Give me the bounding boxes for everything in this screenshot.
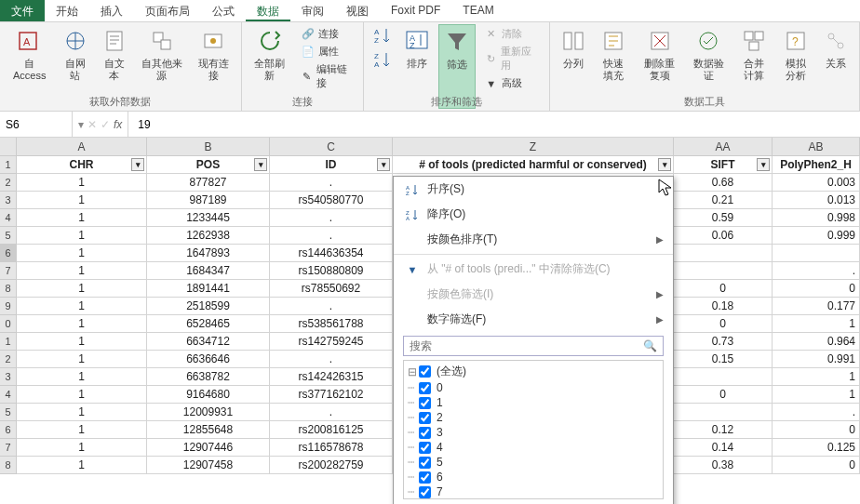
cell[interactable]: . — [270, 174, 393, 192]
col-header-AA[interactable]: AA — [674, 138, 773, 156]
filter-dropdown-button[interactable]: ▾ — [658, 158, 671, 171]
row-header[interactable]: 4 — [0, 386, 17, 404]
filter-dropdown-button[interactable]: ▾ — [377, 158, 390, 171]
cell[interactable]: 0 — [674, 280, 773, 298]
formula-input[interactable] — [138, 118, 851, 131]
clear-filter-button[interactable]: ✕清除 — [481, 26, 542, 42]
advanced-filter-button[interactable]: ▼高级 — [481, 75, 542, 91]
cell[interactable]: 1 — [17, 351, 147, 368]
filter-dropdown-button[interactable]: ▾ — [254, 158, 267, 171]
sort-by-color-item[interactable]: 按颜色排序(T)▶ — [394, 227, 673, 252]
cell[interactable]: 12907458 — [147, 457, 270, 474]
row-header[interactable]: 5 — [0, 404, 17, 421]
cell[interactable]: 1 — [17, 421, 147, 439]
cell[interactable]: 0.73 — [674, 333, 773, 351]
cell[interactable]: 1891441 — [147, 280, 270, 298]
filter-checkbox[interactable] — [419, 412, 431, 424]
table-col-header[interactable]: SIFT▾ — [674, 156, 773, 174]
filter-dropdown-button[interactable]: ▾ — [131, 158, 144, 171]
cell[interactable]: 1 — [17, 404, 147, 421]
filter-checkbox[interactable] — [419, 486, 431, 498]
table-col-header[interactable]: # of tools (predicted harmful or conserv… — [393, 156, 674, 174]
cell[interactable]: 1233445 — [147, 209, 270, 227]
row-header[interactable]: 0 — [0, 315, 17, 333]
cell[interactable]: 877827 — [147, 174, 270, 192]
table-col-header[interactable]: POS▾ — [147, 156, 270, 174]
cell[interactable]: 0.177 — [773, 298, 860, 315]
cell[interactable]: rs116578678 — [270, 439, 393, 457]
fbar-accept-icon[interactable]: ✓ — [101, 118, 110, 131]
filter-check-item[interactable]: ┈0 — [408, 380, 659, 395]
sort-asc-button[interactable]: AZ — [370, 24, 396, 46]
cell[interactable]: rs200282759 — [270, 457, 393, 474]
row-header[interactable]: 2 — [0, 174, 17, 192]
cell[interactable]: 0.21 — [674, 192, 773, 209]
properties-button[interactable]: 📄属性 — [298, 44, 356, 60]
filter-checkbox[interactable] — [419, 471, 431, 484]
filter-check-item[interactable]: ┈2 — [408, 410, 659, 425]
cell[interactable]: rs538561788 — [270, 315, 393, 333]
cell[interactable]: 1 — [17, 315, 147, 333]
tab-data[interactable]: 数据 — [246, 0, 290, 21]
tab-home[interactable]: 开始 — [45, 0, 89, 21]
cell[interactable]: 6528465 — [147, 315, 270, 333]
fbar-dropdown-icon[interactable]: ▾ — [78, 118, 84, 131]
cell[interactable]: 0.991 — [773, 351, 860, 368]
cell[interactable]: 1 — [17, 262, 147, 280]
cell[interactable]: 6636646 — [147, 351, 270, 368]
name-box-input[interactable] — [6, 118, 66, 131]
cell[interactable]: 2518599 — [147, 298, 270, 315]
filter-checkbox[interactable] — [419, 382, 431, 394]
cell[interactable]: . — [773, 262, 860, 280]
filter-checkbox[interactable] — [419, 442, 431, 454]
cell[interactable]: 1647893 — [147, 245, 270, 262]
filter-checkbox[interactable] — [419, 397, 431, 409]
row-header[interactable]: 1 — [0, 333, 17, 351]
row-header[interactable]: 3 — [0, 368, 17, 386]
tab-team[interactable]: TEAM — [451, 0, 504, 21]
cell[interactable]: 1 — [773, 368, 860, 386]
reapply-button[interactable]: ↻重新应用 — [481, 44, 542, 73]
cell[interactable]: 0.59 — [674, 209, 773, 227]
cell[interactable]: 0.998 — [773, 209, 860, 227]
col-header-A[interactable]: A — [17, 138, 147, 156]
cell[interactable]: 0.15 — [674, 351, 773, 368]
filter-check-item[interactable]: ⊟(全选) — [408, 363, 659, 380]
connections-button[interactable]: 🔗连接 — [298, 26, 356, 42]
cell[interactable]: 0.14 — [674, 439, 773, 457]
col-header-C[interactable]: C — [270, 138, 393, 156]
number-filters-item[interactable]: 数字筛选(F)▶ — [394, 307, 673, 332]
filter-search-input[interactable] — [404, 337, 638, 355]
cell[interactable]: 0.125 — [773, 439, 860, 457]
cell[interactable]: 12009931 — [147, 404, 270, 421]
select-all-corner[interactable] — [0, 138, 17, 156]
filter-check-item[interactable]: ┈5 — [408, 455, 659, 470]
filter-search-box[interactable]: 🔍 — [403, 336, 664, 356]
filter-value-list[interactable]: ⊟(全选)┈0┈1┈2┈3┈4┈5┈6┈7┈8 — [403, 360, 664, 499]
cell[interactable]: 1 — [17, 368, 147, 386]
filter-check-item[interactable]: ┈1 — [408, 395, 659, 410]
tab-file[interactable]: 文件 — [0, 0, 45, 21]
cell[interactable]: 1 — [17, 386, 147, 404]
cell[interactable]: 1 — [17, 209, 147, 227]
row-header[interactable]: 8 — [0, 280, 17, 298]
table-col-header[interactable]: PolyPhen2_H — [773, 156, 860, 174]
tab-review[interactable]: 审阅 — [290, 0, 335, 21]
cell[interactable]: 1 — [17, 245, 147, 262]
row-header[interactable]: 5 — [0, 227, 17, 245]
cell[interactable]: rs377162102 — [270, 386, 393, 404]
cell[interactable]: 0 — [773, 280, 860, 298]
row-header[interactable]: 7 — [0, 439, 17, 457]
cell[interactable]: 0.964 — [773, 333, 860, 351]
cell[interactable]: 6634712 — [147, 333, 270, 351]
cell[interactable] — [674, 245, 773, 262]
table-col-header[interactable]: CHR▾ — [17, 156, 147, 174]
sort-asc-item[interactable]: AZ升序(S) — [394, 177, 673, 202]
sort-desc-item[interactable]: ZA降序(O) — [394, 202, 673, 227]
col-header-Z[interactable]: Z — [393, 138, 674, 156]
cell[interactable] — [773, 245, 860, 262]
cell[interactable]: 0.06 — [674, 227, 773, 245]
row-header[interactable]: 7 — [0, 262, 17, 280]
cell[interactable]: 1 — [17, 439, 147, 457]
cell[interactable]: . — [270, 209, 393, 227]
